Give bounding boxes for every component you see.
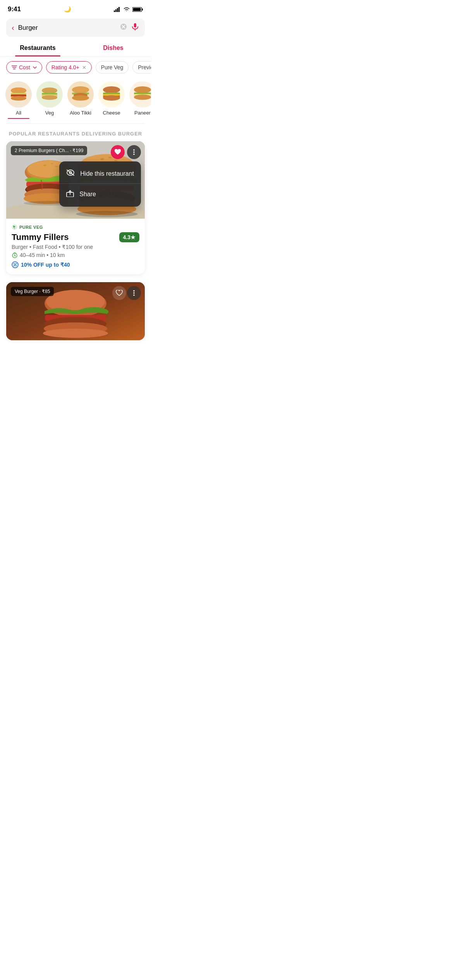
tabs: Restaurants Dishes — [0, 40, 151, 57]
svg-point-103 — [133, 295, 135, 296]
svg-rect-10 — [134, 23, 136, 27]
section-title: POPULAR RESTAURANTS DELIVERING BURGER — [0, 124, 151, 141]
restaurant-name: Tummy Fillers — [12, 232, 69, 242]
svg-point-101 — [133, 290, 135, 292]
restaurant-2-image: Veg Burger · ₹85 — [6, 282, 145, 340]
more-dots-icon — [130, 149, 137, 156]
svg-point-71 — [76, 211, 138, 217]
discount-icon — [12, 261, 19, 268]
restaurant-meta: Burger • Fast Food • ₹100 for one — [12, 244, 139, 250]
svg-point-91 — [14, 263, 14, 264]
svg-point-102 — [133, 292, 135, 294]
leaf-icon — [12, 224, 17, 230]
hide-restaurant-label: Hide this restaurant — [80, 170, 134, 177]
offer-badge-2: Veg Burger · ₹85 — [11, 287, 54, 296]
dropdown-menu: Hide this restaurant Share — [59, 161, 141, 207]
tab-restaurants[interactable]: Restaurants — [0, 40, 76, 56]
svg-point-74 — [133, 151, 135, 153]
heart-icon — [114, 149, 121, 155]
svg-rect-3 — [118, 7, 120, 12]
svg-point-29 — [72, 86, 89, 93]
category-veg-icon — [36, 81, 63, 108]
signal-icon — [114, 7, 121, 12]
svg-point-26 — [42, 95, 57, 100]
category-all-icon — [5, 81, 32, 108]
restaurant-card-2[interactable]: Veg Burger · ₹85 — [6, 282, 145, 340]
share-label: Share — [79, 191, 96, 198]
svg-line-86 — [15, 256, 15, 256]
wifi-icon — [123, 7, 130, 12]
category-veg[interactable]: Veg — [34, 80, 65, 119]
restaurant-name-row: Tummy Fillers 4.3★ — [12, 232, 139, 242]
category-all-label: All — [16, 110, 21, 116]
svg-rect-6 — [142, 9, 143, 10]
remove-rating-filter[interactable]: ✕ — [82, 65, 86, 70]
clear-search-button[interactable] — [120, 23, 127, 32]
search-input[interactable] — [18, 24, 116, 32]
category-cheese-label: Cheese — [103, 110, 120, 116]
battery-icon — [132, 7, 143, 12]
status-icons — [114, 7, 143, 12]
category-aloo-tikki-label: Aloo Tikki — [70, 110, 91, 116]
timer-icon — [12, 252, 18, 258]
svg-rect-1 — [115, 9, 117, 12]
svg-point-100 — [43, 329, 108, 338]
hide-icon — [66, 169, 75, 178]
category-aloo-tikki-icon — [67, 81, 94, 108]
svg-point-73 — [133, 149, 135, 151]
svg-rect-2 — [117, 8, 118, 12]
status-time: 9:41 — [8, 5, 21, 13]
category-all[interactable]: All — [3, 80, 34, 119]
svg-point-38 — [103, 95, 120, 101]
svg-rect-0 — [114, 10, 115, 12]
card-actions — [111, 145, 141, 159]
heart-outline-icon — [116, 290, 123, 296]
back-button[interactable]: ‹ — [12, 23, 14, 32]
svg-point-75 — [133, 154, 135, 155]
svg-point-51 — [55, 166, 58, 167]
discount-badge: 10% OFF up to ₹40 — [12, 261, 139, 268]
svg-rect-5 — [133, 8, 141, 11]
filter-pure-veg[interactable]: Pure Veg — [96, 61, 129, 74]
pure-veg-badge: PURE VEG — [12, 224, 139, 230]
rating-badge: 4.3★ — [119, 232, 139, 242]
restaurant-time: 40–45 min • 10 km — [12, 252, 139, 258]
search-bar[interactable]: ‹ — [6, 19, 145, 37]
share-option[interactable]: Share — [59, 184, 141, 204]
category-paneer[interactable]: Paneer — [127, 80, 151, 119]
restaurant-card-tummy-fillers[interactable]: 2 Premium Burgers ( Ch... · ₹199 — [6, 141, 145, 274]
share-icon — [66, 189, 74, 199]
svg-point-43 — [134, 94, 151, 100]
categories-row: All Veg Aloo Tikki — [0, 78, 151, 123]
favorite-button[interactable] — [111, 145, 125, 159]
filter-cost[interactable]: Cost — [6, 61, 42, 74]
more-options-button[interactable] — [127, 145, 141, 159]
category-paneer-icon — [129, 81, 151, 108]
filters-row: Cost Rating 4.0+ ✕ Pure Veg Previously O… — [0, 57, 151, 78]
offer-badge: 2 Premium Burgers ( Ch... · ₹199 — [11, 146, 87, 155]
category-cheese-icon — [98, 81, 125, 108]
tab-dishes[interactable]: Dishes — [76, 40, 151, 56]
svg-point-23 — [42, 87, 57, 94]
favorite-button-2[interactable] — [112, 286, 126, 300]
status-bar: 9:41 🌙 — [0, 0, 151, 15]
filter-rating[interactable]: Rating 4.0+ ✕ — [46, 61, 92, 74]
more-options-button-2[interactable] — [127, 286, 141, 300]
mic-button[interactable] — [131, 22, 139, 33]
category-aloo-tikki[interactable]: Aloo Tikki — [65, 80, 96, 119]
card-image-wrapper: 2 Premium Burgers ( Ch... · ₹199 — [6, 141, 145, 219]
svg-point-17 — [11, 87, 26, 94]
category-cheese[interactable]: Cheese — [96, 80, 127, 119]
svg-point-21 — [11, 96, 26, 101]
svg-point-92 — [15, 265, 16, 266]
hide-restaurant-option[interactable]: Hide this restaurant — [59, 164, 141, 184]
category-paneer-label: Paneer — [134, 110, 151, 116]
svg-point-32 — [72, 95, 89, 101]
filter-previously-ordered[interactable]: Previously O... — [132, 61, 151, 74]
svg-point-34 — [103, 86, 120, 93]
category-veg-label: Veg — [45, 110, 54, 116]
more-dots-icon-2 — [130, 290, 137, 296]
card-info: PURE VEG Tummy Fillers 4.3★ Burger • Fas… — [6, 219, 145, 274]
svg-point-40 — [134, 86, 151, 93]
status-moon-icon: 🌙 — [64, 6, 71, 13]
